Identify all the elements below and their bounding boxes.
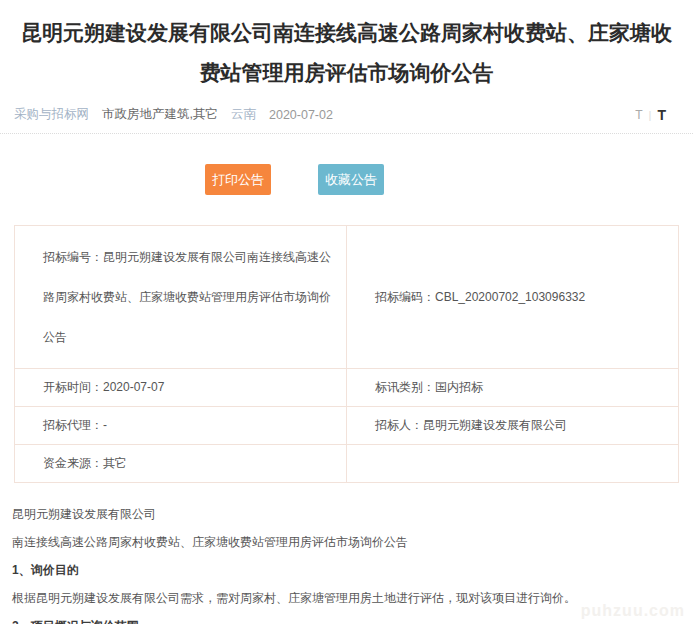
announcement-body: 昆明元朔建设发展有限公司 南连接线高速公路周家村收费站、庄家塘收费站管理用房评估… bbox=[0, 483, 693, 624]
font-size-divider: | bbox=[649, 109, 652, 121]
favorite-announcement-button[interactable]: 收藏公告 bbox=[318, 164, 384, 195]
body-paragraph: 昆明元朔建设发展有限公司 bbox=[12, 500, 681, 528]
empty-cell bbox=[347, 445, 679, 483]
action-buttons: 打印公告 收藏公告 bbox=[205, 164, 693, 195]
table-row: 资金来源：其它 bbox=[15, 445, 679, 483]
bid-opening-time-cell: 开标时间：2020-07-07 bbox=[15, 369, 347, 407]
body-paragraph: 南连接线高速公路周家村收费站、庄家塘收费站管理用房评估市场询价公告 bbox=[12, 528, 681, 556]
body-paragraph: 根据昆明元朔建设发展有限公司需求，需对周家村、庄家塘管理用房土地进行评估，现对该… bbox=[12, 584, 681, 612]
tender-info-table: 招标编号：昆明元朔建设发展有限公司南连接线高速公路周家村收费站、庄家塘收费站管理… bbox=[14, 225, 679, 483]
tenderee-cell: 招标人：昆明元朔建设发展有限公司 bbox=[347, 407, 679, 445]
section-heading: 2、项目概况与询价范围 bbox=[12, 612, 681, 624]
breadcrumb-region-link[interactable]: 云南 bbox=[231, 106, 256, 123]
table-row: 开标时间：2020-07-07 标讯类别：国内招标 bbox=[15, 369, 679, 407]
font-size-controls: T | T bbox=[635, 107, 666, 123]
tender-category-cell: 标讯类别：国内招标 bbox=[347, 369, 679, 407]
breadcrumb-category-link[interactable]: 市政房地产建筑,其它 bbox=[102, 106, 218, 123]
meta-row: 采购与招标网 市政房地产建筑,其它 云南 2020-07-02 T | T bbox=[0, 93, 693, 134]
table-row: 招标代理：- 招标人：昆明元朔建设发展有限公司 bbox=[15, 407, 679, 445]
font-size-increase-button[interactable]: T bbox=[657, 107, 666, 123]
breadcrumb-source-link[interactable]: 采购与招标网 bbox=[14, 106, 89, 123]
funding-source-cell: 资金来源：其它 bbox=[15, 445, 347, 483]
tender-agent-cell: 招标代理：- bbox=[15, 407, 347, 445]
publish-date: 2020-07-02 bbox=[269, 108, 333, 122]
page-title: 昆明元朔建设发展有限公司南连接线高速公路周家村收费站、庄家塘收费站管理用房评估市… bbox=[0, 0, 693, 93]
font-size-decrease-button[interactable]: T bbox=[635, 108, 642, 122]
print-announcement-button[interactable]: 打印公告 bbox=[205, 164, 271, 195]
tender-number-cell: 招标编号：昆明元朔建设发展有限公司南连接线高速公路周家村收费站、庄家塘收费站管理… bbox=[15, 226, 347, 369]
tender-code-cell: 招标编码：CBL_20200702_103096332 bbox=[347, 226, 679, 369]
table-row: 招标编号：昆明元朔建设发展有限公司南连接线高速公路周家村收费站、庄家塘收费站管理… bbox=[15, 226, 679, 369]
section-heading: 1、询价目的 bbox=[12, 556, 681, 584]
